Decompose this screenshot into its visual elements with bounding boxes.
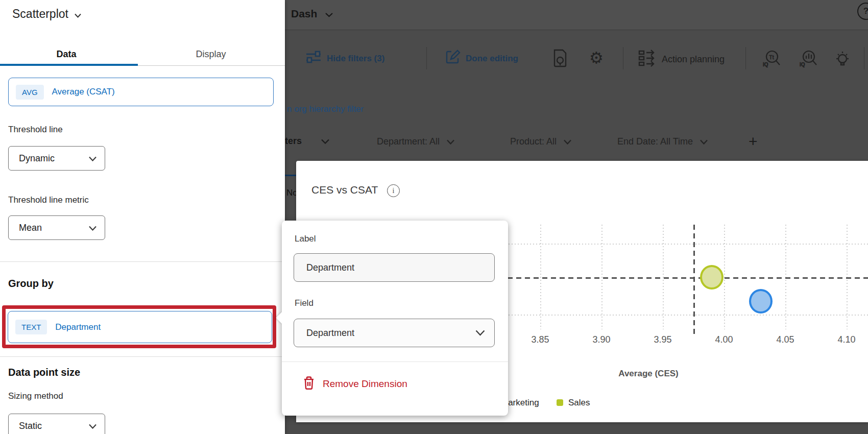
threshold-metric-select[interactable]: Mean	[8, 215, 105, 240]
data-point-marketing[interactable]	[749, 289, 773, 314]
threshold-line-label: Threshold line	[8, 125, 63, 135]
action-planning-label: Action planning	[662, 54, 725, 65]
dialog-divider	[282, 361, 508, 362]
hidden-tab-underline	[285, 175, 296, 176]
metric-chip[interactable]: AVG Average (CSAT)	[8, 78, 274, 106]
dialog-field-select[interactable]: Department	[294, 319, 495, 347]
tab-display-label: Display	[196, 49, 226, 59]
chevron-down-icon	[75, 7, 81, 21]
active-tab-underline	[0, 64, 138, 66]
threshold-line-select[interactable]: Dynamic	[8, 146, 105, 171]
plus-icon: +	[749, 133, 758, 150]
chevron-down-icon	[89, 223, 97, 233]
settings-sidebar: Scatterplot Data Display AVG Average (CS…	[0, 0, 285, 434]
report-lightbulb-icon[interactable]	[552, 49, 568, 69]
chevron-down-icon	[475, 328, 485, 339]
dimension-dialog: Label Department Field Department Remove…	[282, 221, 508, 416]
screen: Dash ? Hide filters (3)	[0, 0, 868, 434]
filter-chip-label: Product: All	[510, 136, 557, 147]
x-tick-label: 4.00	[706, 334, 742, 345]
org-hierarchy-filter-link[interactable]: n org hierarchy filter	[287, 104, 364, 114]
toolbar-divider	[745, 47, 746, 69]
chevron-down-icon	[447, 136, 454, 147]
hide-filters-label: Hide filters (3)	[327, 54, 384, 64]
group-by-chip[interactable]: TEXT Department	[8, 311, 272, 343]
toolbar-divider	[864, 47, 864, 69]
widget-type-dropdown[interactable]: Scatterplot	[12, 7, 81, 21]
svg-text:Tt: Tt	[769, 54, 774, 60]
section-divider	[0, 261, 285, 262]
widget-type-label: Scatterplot	[12, 7, 68, 21]
data-point-size-heading: Data point size	[8, 367, 80, 378]
idea-lightbulb-icon[interactable]	[833, 49, 852, 70]
chevron-down-icon	[700, 136, 708, 147]
x-tick-label: 3.90	[584, 334, 619, 345]
x-axis-label: Average (CES)	[582, 369, 715, 379]
text-iq-icon[interactable]: Tt iQ	[762, 49, 781, 70]
svg-text:iQ: iQ	[800, 62, 805, 67]
remove-dimension-label: Remove Dimension	[323, 378, 407, 390]
group-by-chip-badge: TEXT	[15, 320, 47, 334]
top-bar: Dash ?	[285, 0, 868, 30]
stats-iq-icon[interactable]: iQ	[799, 49, 818, 70]
svg-text:iQ: iQ	[763, 62, 768, 67]
filter-chip-end-date[interactable]: End Date: All Time	[617, 136, 708, 147]
chevron-down-icon	[321, 136, 329, 147]
dialog-field-label: Field	[295, 298, 314, 308]
metric-chip-label: Average (CSAT)	[52, 87, 115, 97]
x-tick-label: 3.95	[645, 334, 681, 345]
filter-chip-label: Department: All	[377, 136, 440, 147]
sizing-method-select[interactable]: Static	[8, 414, 105, 434]
chevron-down-icon	[564, 136, 571, 147]
add-filter-button[interactable]: +	[749, 133, 758, 150]
hide-filters-button[interactable]: Hide filters (3)	[305, 50, 384, 67]
action-planning-button[interactable]: Action planning	[638, 50, 725, 69]
widget-title-label: CES vs CSAT	[311, 184, 378, 196]
help-icon[interactable]: ?	[857, 3, 868, 20]
x-tick-label: 3.85	[522, 334, 558, 345]
filter-sliders-icon	[305, 50, 322, 67]
threshold-metric-label: Threshold line metric	[8, 195, 89, 205]
group-by-chip-label: Department	[55, 322, 101, 332]
info-icon[interactable]: i	[387, 184, 400, 197]
tab-data[interactable]: Data	[36, 49, 97, 60]
chevron-down-icon	[325, 8, 333, 20]
dialog-label-input[interactable]: Department	[294, 253, 495, 282]
trash-icon	[303, 376, 315, 392]
toolbar-divider	[623, 47, 623, 69]
toolbar-divider	[426, 47, 427, 69]
data-point-sales[interactable]	[700, 265, 724, 290]
metric-chip-badge: AVG	[16, 85, 44, 100]
tab-row-border	[138, 65, 285, 66]
filter-chip-department[interactable]: Department: All	[377, 136, 454, 147]
chevron-down-icon	[89, 421, 97, 431]
edit-pencil-icon	[445, 50, 461, 67]
x-tick-label: 4.10	[829, 334, 864, 345]
dashboard-title: Dash	[291, 8, 317, 20]
x-tick-label: 4.05	[767, 334, 803, 345]
sizing-method-label: Sizing method	[8, 391, 63, 401]
filter-chip-label: End Date: All Time	[617, 136, 693, 147]
filter-chip-product[interactable]: Product: All	[510, 136, 571, 147]
widget-title: CES vs CSAT	[311, 184, 378, 196]
action-planning-icon	[638, 50, 657, 69]
tab-data-label: Data	[56, 49, 76, 59]
dialog-label-value: Department	[306, 262, 354, 273]
done-editing-button[interactable]: Done editing	[445, 50, 518, 67]
gear-icon[interactable]: ⚙	[589, 50, 604, 66]
legend-label-sales[interactable]: Sales	[568, 398, 590, 408]
threshold-metric-value: Mean	[19, 223, 42, 233]
group-by-heading: Group by	[8, 278, 54, 290]
legend-swatch-sales[interactable]	[557, 399, 563, 406]
gridline-horizontal	[490, 244, 868, 245]
org-link-label: n org hierarchy filter	[287, 104, 364, 114]
threshold-line-vertical	[693, 225, 695, 336]
section-divider	[0, 356, 285, 357]
help-glyph: ?	[863, 6, 868, 16]
remove-dimension-button[interactable]: Remove Dimension	[303, 376, 407, 392]
tab-display[interactable]: Display	[175, 49, 247, 60]
threshold-line-horizontal	[490, 277, 868, 279]
done-editing-label: Done editing	[466, 54, 518, 64]
sizing-method-value: Static	[19, 421, 42, 431]
dashboard-title-menu[interactable]: Dash	[291, 8, 333, 20]
